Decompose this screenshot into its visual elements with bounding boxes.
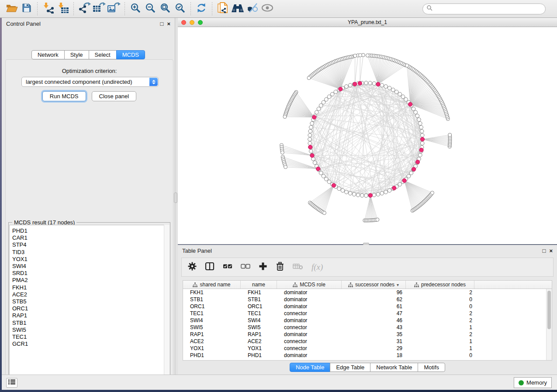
table-cell[interactable]: SWI4	[241, 317, 277, 324]
table-cell[interactable]: dominator	[277, 317, 342, 324]
zoom-in-button[interactable]	[128, 2, 143, 16]
table-cell[interactable]: 61	[342, 303, 406, 310]
table-cell[interactable]: connector	[277, 310, 342, 317]
table-cell[interactable]: 0	[406, 296, 474, 303]
table-cell[interactable]: connector	[277, 338, 342, 345]
table-cell[interactable]: SWI4	[183, 317, 241, 324]
vertical-splitter-handle[interactable]	[174, 193, 177, 203]
column-header-shared-name[interactable]: shared name	[183, 281, 241, 289]
table-cell[interactable]: RAP1	[241, 331, 277, 338]
table-cell[interactable]: TEC1	[241, 310, 277, 317]
table-cell[interactable]: YOX1	[241, 345, 277, 352]
list-item[interactable]: PHD1	[12, 227, 169, 234]
table-cell[interactable]: 31	[342, 338, 406, 345]
import-table-button[interactable]	[55, 2, 70, 16]
list-item[interactable]: STB5	[12, 298, 169, 305]
list-item[interactable]: STB1	[12, 320, 169, 327]
list-item[interactable]: SWI4	[12, 263, 169, 270]
table-cell[interactable]: 2	[406, 289, 474, 296]
table-row[interactable]: SWI5SWI5connector431	[183, 324, 546, 331]
tab-network[interactable]: Network	[31, 50, 65, 59]
list-item[interactable]: PMA2	[12, 277, 169, 284]
table-cell[interactable]: SWI5	[241, 324, 277, 331]
table-cell[interactable]: RAP1	[183, 331, 241, 338]
table-cell[interactable]: 2	[406, 331, 474, 338]
table-row[interactable]: ORC1ORC1dominator610	[183, 303, 546, 310]
column-header-name[interactable]: name	[241, 281, 277, 289]
search-field[interactable]	[422, 3, 546, 14]
table-cell[interactable]: 35	[342, 331, 406, 338]
list-item[interactable]: TEC1	[12, 334, 169, 340]
table-cell[interactable]: dominator	[277, 331, 342, 338]
tab-style[interactable]: Style	[64, 50, 89, 59]
table-cell[interactable]: 1	[406, 345, 474, 352]
tab-mcds[interactable]: MCDS	[116, 50, 145, 59]
close-panel-icon[interactable]: ×	[167, 21, 170, 27]
list-item[interactable]: SWI5	[12, 327, 169, 334]
table-cell[interactable]: connector	[277, 345, 342, 352]
table-cell[interactable]: FKH1	[183, 289, 241, 296]
table-cell[interactable]: 0	[406, 352, 474, 359]
table-cell[interactable]: PHD1	[183, 352, 241, 359]
table-cell[interactable]: TEC1	[183, 310, 241, 317]
table-cell[interactable]: 2	[406, 310, 474, 317]
run-mcds-button[interactable]: Run MCDS	[42, 91, 86, 101]
close-table-panel-icon[interactable]: ×	[549, 248, 553, 254]
table-row[interactable]: TEC1TEC1connector472	[183, 310, 546, 317]
save-session-button[interactable]	[19, 2, 34, 16]
import-network-button[interactable]	[41, 2, 55, 16]
table-cell[interactable]: 47	[342, 310, 406, 317]
tab-motifs[interactable]: Motifs	[418, 363, 445, 372]
table-cell[interactable]: PHD1	[241, 352, 277, 359]
table-row[interactable]: SWI4SWI4dominator462	[183, 317, 546, 324]
clone-network-button[interactable]	[215, 2, 230, 16]
table-cell[interactable]: ORC1	[241, 303, 277, 310]
mcds-result-scrollbar[interactable]	[164, 225, 170, 383]
table-cell[interactable]: 2	[406, 317, 474, 324]
tab-select[interactable]: Select	[89, 50, 117, 59]
delete-button[interactable]	[276, 261, 284, 273]
optimization-criterion-select[interactable]: largest connected component (undirected)	[21, 77, 159, 87]
list-item[interactable]: CAR1	[12, 234, 169, 241]
memory-button[interactable]: Memory	[514, 377, 552, 388]
hide-labels-button[interactable]	[245, 2, 260, 16]
table-row[interactable]: ACE2ACE2connector311	[183, 338, 546, 345]
add-row-button[interactable]	[259, 262, 267, 272]
table-cell[interactable]: ACE2	[183, 338, 241, 345]
tab-edge-table[interactable]: Edge Table	[330, 363, 370, 372]
table-cell[interactable]: STB1	[241, 296, 277, 303]
table-cell[interactable]: FKH1	[241, 289, 277, 296]
float-table-panel-icon[interactable]: □	[543, 248, 546, 254]
table-cell[interactable]: 1	[406, 338, 474, 345]
table-cell[interactable]: 29	[342, 345, 406, 352]
list-item[interactable]: GCR1	[12, 340, 169, 347]
float-panel-icon[interactable]: □	[160, 21, 164, 27]
table-cell[interactable]: 18	[342, 352, 406, 359]
table-row[interactable]: RAP1RAP1dominator352	[183, 331, 546, 338]
deselect-all-button[interactable]	[241, 262, 250, 272]
table-cell[interactable]: connector	[277, 324, 342, 331]
table-cell[interactable]: 62	[342, 296, 406, 303]
export-network-button[interactable]	[77, 2, 92, 16]
open-file-button[interactable]	[4, 2, 19, 16]
column-header-MCDS-role[interactable]: MCDS role	[277, 281, 342, 289]
table-cell[interactable]: STB1	[183, 296, 241, 303]
table-cell[interactable]: 1	[406, 324, 474, 331]
export-image-button[interactable]	[107, 2, 121, 16]
list-item[interactable]: FKH1	[12, 284, 169, 291]
network-window-titlebar[interactable]: YPA_prune.txt_1	[178, 18, 557, 27]
find-binoculars-button[interactable]	[230, 2, 245, 16]
mcds-result-list[interactable]: PHD1CAR1STP4TID3YOX1SWI4SRD1PMA2FKH1ACE2…	[9, 225, 170, 383]
network-graph[interactable]	[178, 27, 557, 244]
table-cell[interactable]: ACE2	[241, 338, 277, 345]
list-item[interactable]: ORC1	[12, 305, 169, 312]
tab-network-table[interactable]: Network Table	[370, 363, 418, 372]
column-header-successor-nodes[interactable]: successor nodes▾	[342, 281, 406, 289]
table-scrollbar-thumb[interactable]	[547, 291, 551, 329]
list-item[interactable]: YOX1	[12, 256, 169, 263]
table-cell[interactable]: 0	[406, 303, 474, 310]
list-item[interactable]: ACE2	[12, 291, 169, 298]
table-settings-button[interactable]	[188, 262, 197, 272]
table-cell[interactable]: ORC1	[183, 303, 241, 310]
table-row[interactable]: FKH1FKH1dominator962	[183, 289, 546, 296]
